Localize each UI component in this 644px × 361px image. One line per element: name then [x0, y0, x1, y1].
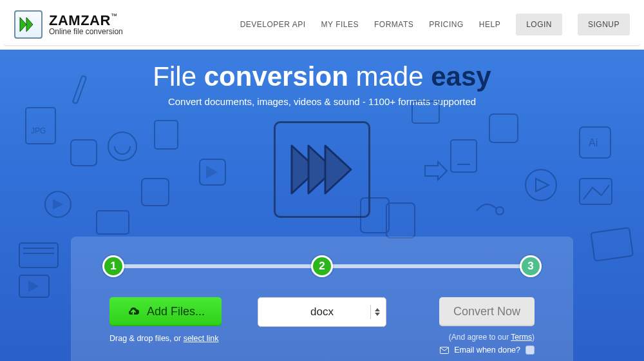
- svg-rect-6: [71, 140, 97, 166]
- hero-title-bold2: easy: [431, 61, 491, 92]
- step-2-column: docx: [258, 297, 386, 327]
- svg-marker-1: [26, 17, 33, 32]
- terms-post: ): [532, 333, 535, 342]
- select-link[interactable]: select link: [184, 334, 219, 343]
- trademark-symbol: ™: [111, 12, 117, 19]
- terms-pre: (And agree to our: [449, 333, 511, 342]
- hero-section: JPG Ai File conversion made easy Conve: [0, 50, 644, 361]
- svg-rect-19: [451, 140, 477, 172]
- add-files-button[interactable]: Add Files...: [109, 297, 222, 326]
- hero-subtitle: Convert documents, images, videos & soun…: [0, 96, 644, 107]
- svg-rect-29: [386, 203, 415, 238]
- step-indicator: 1 2 3: [113, 253, 531, 279]
- converter-controls-row: Add Files... Drag & drop files, or selec…: [109, 297, 535, 355]
- brand-text: ZAMZAR™ Online file conversion: [49, 13, 123, 36]
- svg-rect-32: [19, 275, 49, 297]
- svg-marker-0: [20, 17, 26, 32]
- svg-text:JPG: JPG: [31, 126, 46, 135]
- nav-developer-api[interactable]: DEVELOPER API: [240, 20, 306, 29]
- step-line-1: [113, 264, 322, 268]
- step-2-badge: 2: [311, 255, 333, 277]
- svg-marker-9: [53, 199, 63, 210]
- svg-rect-21: [489, 114, 518, 142]
- primary-nav: DEVELOPER API MY FILES FORMATS PRICING H…: [240, 14, 630, 35]
- svg-rect-26: [580, 179, 612, 204]
- svg-rect-11: [19, 243, 58, 268]
- brand-logo[interactable]: ZAMZAR™ Online file conversion: [14, 10, 123, 39]
- svg-rect-31: [155, 121, 178, 149]
- top-nav: ZAMZAR™ Online file conversion DEVELOPER…: [4, 4, 640, 46]
- output-format-select[interactable]: docx: [258, 297, 386, 327]
- step-line-2: [322, 264, 531, 268]
- nav-formats[interactable]: FORMATS: [374, 20, 413, 29]
- svg-rect-14: [142, 179, 169, 206]
- hero-title-bold1: conversion: [204, 61, 348, 92]
- mail-icon: [440, 347, 449, 354]
- svg-text:Ai: Ai: [589, 137, 598, 148]
- svg-marker-36: [325, 146, 351, 193]
- zamzar-logo-icon: [14, 10, 43, 39]
- svg-rect-8: [45, 191, 71, 217]
- svg-rect-15: [200, 159, 225, 185]
- step-3-badge: 3: [520, 255, 542, 277]
- email-when-done-checkbox[interactable]: [526, 346, 535, 355]
- step-1-column: Add Files... Drag & drop files, or selec…: [109, 297, 238, 343]
- svg-marker-23: [536, 179, 549, 191]
- drag-hint-text: Drag & drop files, or: [109, 334, 184, 343]
- login-button[interactable]: LOGIN: [516, 14, 562, 35]
- svg-marker-33: [28, 280, 39, 292]
- upload-cloud-icon: [126, 306, 140, 318]
- svg-marker-16: [206, 166, 218, 179]
- svg-rect-24: [580, 127, 611, 158]
- hero-title-part2: made: [348, 61, 431, 92]
- signup-button[interactable]: SIGNUP: [578, 14, 630, 35]
- svg-point-7: [108, 132, 137, 161]
- add-files-label: Add Files...: [147, 305, 205, 318]
- nav-my-files[interactable]: MY FILES: [321, 20, 359, 29]
- hero-title-part1: File: [153, 61, 204, 92]
- format-selected-value: docx: [310, 306, 334, 318]
- step-3-column: Convert Now (And agree to our Terms) Ema…: [406, 297, 535, 355]
- select-caret-icon: [370, 305, 379, 319]
- email-when-done-row: Email when done?: [440, 346, 535, 355]
- terms-link[interactable]: Terms: [511, 333, 532, 342]
- hero-forward-icon: [274, 121, 370, 218]
- nav-help[interactable]: HELP: [479, 20, 500, 29]
- drag-drop-hint: Drag & drop files, or select link: [109, 334, 219, 343]
- brand-tagline: Online file conversion: [49, 28, 123, 36]
- svg-point-22: [526, 170, 556, 200]
- nav-pricing[interactable]: PRICING: [429, 20, 464, 29]
- step-1-badge: 1: [102, 255, 124, 277]
- convert-now-button[interactable]: Convert Now: [439, 297, 535, 326]
- svg-rect-4: [26, 108, 55, 144]
- svg-rect-27: [591, 228, 634, 261]
- brand-name: ZAMZAR: [49, 12, 111, 28]
- terms-line: (And agree to our Terms): [449, 333, 535, 342]
- converter-panel: 1 2 3 Add Files... Drag & drop files, or…: [71, 237, 573, 361]
- svg-point-30: [496, 207, 504, 215]
- email-when-done-label: Email when done?: [454, 346, 520, 355]
- svg-rect-10: [97, 211, 129, 234]
- hero-title: File conversion made easy: [0, 50, 644, 92]
